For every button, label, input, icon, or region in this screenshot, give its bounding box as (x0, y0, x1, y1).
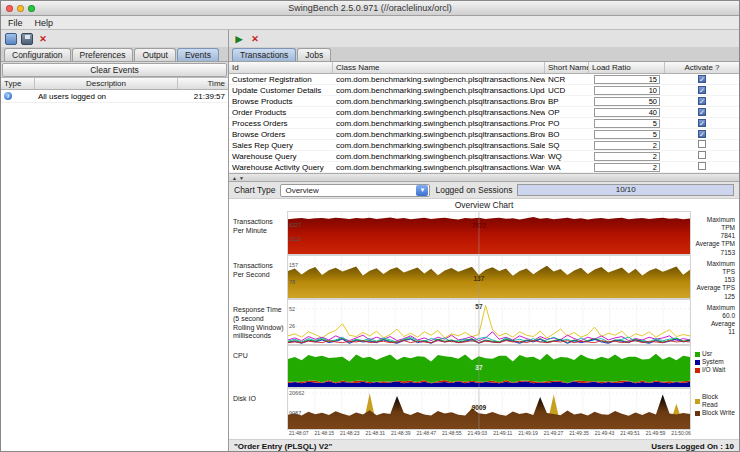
transaction-row[interactable]: Order Productscom.dom.benchmarking.swing… (229, 107, 739, 118)
load-ratio-field[interactable]: 2 (594, 152, 660, 161)
legend-item: Usr (693, 350, 735, 358)
col-type[interactable]: Type (1, 78, 35, 89)
open-config-icon[interactable] (5, 33, 17, 45)
col-activate[interactable]: Activate ? (665, 62, 739, 73)
tab-jobs[interactable]: Jobs (297, 48, 331, 61)
tx-class-name: com.dom.benchmarking.swingbench.plsqltra… (333, 97, 545, 106)
tab-events[interactable]: Events (177, 48, 219, 61)
activate-checkbox[interactable]: ✓ (698, 75, 706, 83)
load-ratio-field[interactable]: 5 (594, 130, 660, 139)
transaction-row[interactable]: Sales Rep Querycom.dom.benchmarking.swin… (229, 140, 739, 151)
tx-load-cell: 50 (589, 97, 665, 106)
tx-load-cell: 5 (589, 130, 665, 139)
activate-checkbox[interactable] (698, 162, 706, 170)
load-ratio-field[interactable]: 5 (594, 119, 660, 128)
event-row[interactable]: iAll users logged on21:39:57 (1, 90, 228, 103)
tx-load-cell: 2 (589, 141, 665, 150)
menu-help[interactable]: Help (35, 18, 54, 28)
title-bar[interactable]: SwingBench 2.5.0.971 (//oraclelinux/orcl… (1, 1, 739, 16)
split-collapse-down-icon[interactable]: ▼ (239, 175, 244, 181)
chart-label-line: (5 second (233, 315, 286, 324)
time-tick-label: 21:49:27 (544, 430, 563, 439)
col-class-name[interactable]: Class Name (333, 62, 545, 73)
tx-id: Browse Products (229, 97, 333, 106)
tx-activate-cell (665, 151, 739, 161)
tab-preferences[interactable]: Preferences (72, 48, 134, 61)
start-benchmark-icon[interactable]: ▶ (233, 33, 245, 45)
users-logged-on: Users Logged On : 10 (651, 442, 734, 451)
load-ratio-field[interactable]: 40 (594, 108, 660, 117)
activate-checkbox[interactable]: ✓ (698, 97, 706, 105)
transaction-row[interactable]: Browse Orderscom.dom.benchmarking.swingb… (229, 129, 739, 140)
stat-line: Maximum TPM (693, 216, 735, 232)
activate-checkbox[interactable] (698, 140, 706, 148)
activate-checkbox[interactable]: ✓ (698, 86, 706, 94)
load-ratio-field[interactable]: 10 (594, 86, 660, 95)
chart-response: Response Time(5 secondRolling Window)mil… (231, 299, 737, 345)
chart-tps-plot: 15778137 (287, 255, 691, 299)
close-config-icon[interactable]: ✕ (37, 33, 49, 45)
save-config-icon[interactable] (21, 33, 33, 45)
chart-response-label: Response Time(5 secondRolling Window)mil… (231, 299, 287, 345)
benchmark-name: "Order Entry (PLSQL) V2" (234, 442, 332, 451)
tx-short-name: OP (545, 108, 589, 117)
transaction-row[interactable]: Warehouse Querycom.dom.benchmarking.swin… (229, 151, 739, 162)
tab-output[interactable]: Output (134, 48, 176, 61)
legend-label: Block Read (702, 393, 735, 409)
right-toolbar: ▶ ✕ (229, 30, 739, 47)
activate-checkbox[interactable]: ✓ (698, 119, 706, 127)
time-tick-label: 21:50:06 (671, 430, 690, 439)
time-tick-label: 21:48:15 (315, 430, 334, 439)
clear-events-button[interactable]: Clear Events (2, 63, 227, 77)
col-id[interactable]: Id (229, 62, 333, 73)
activate-checkbox[interactable]: ✓ (698, 130, 706, 138)
tx-short-name: WQ (545, 152, 589, 161)
stat-line: 153 (693, 276, 735, 284)
tx-load-cell: 15 (589, 75, 665, 84)
split-divider[interactable]: ▲ ▼ (229, 174, 739, 182)
load-ratio-field[interactable]: 2 (594, 163, 660, 172)
chart-type-value: Overview (281, 186, 416, 195)
transaction-row[interactable]: Warehouse Activity Querycom.dom.benchmar… (229, 162, 739, 173)
tx-load-cell: 2 (589, 163, 665, 172)
col-short-name[interactable]: Short Name (545, 62, 589, 73)
time-tick-label: 21:49:03 (468, 430, 487, 439)
activate-checkbox[interactable]: ✓ (698, 108, 706, 116)
legend-item: Block Read (693, 393, 735, 409)
zoom-window-button[interactable] (28, 5, 35, 12)
time-axis: 21:48:0721:48:1521:48:2321:48:3121:48:39… (289, 430, 691, 439)
transaction-row[interactable]: Browse Productscom.dom.benchmarking.swin… (229, 96, 739, 107)
activate-checkbox[interactable] (698, 151, 706, 159)
stat-line: Maximum (693, 304, 735, 312)
chart-tpm-plot: 622731137572 (287, 211, 691, 255)
transaction-row[interactable]: Update Customer Detailscom.dom.benchmark… (229, 85, 739, 96)
legend-label: I/O Wait (702, 366, 725, 374)
stop-benchmark-icon[interactable]: ✕ (249, 33, 261, 45)
tab-transactions[interactable]: Transactions (232, 48, 296, 61)
chart-tpm-label: TransactionsPer Minute (231, 211, 287, 255)
minimize-window-button[interactable] (17, 5, 24, 12)
load-ratio-field[interactable]: 15 (594, 75, 660, 84)
charts-area: Overview Chart TransactionsPer Minute622… (229, 199, 739, 439)
chart-type-select[interactable]: Overview ▼ (280, 184, 430, 197)
chart-type-label: Chart Type (234, 185, 275, 195)
transactions-table-body: Customer Registrationcom.dom.benchmarkin… (229, 74, 739, 173)
col-time[interactable]: Time (178, 78, 228, 89)
menu-file[interactable]: File (8, 18, 23, 28)
close-window-button[interactable] (6, 5, 13, 12)
transaction-row[interactable]: Customer Registrationcom.dom.benchmarkin… (229, 74, 739, 85)
transactions-table-header: Id Class Name Short Name Load Ratio Acti… (229, 62, 739, 74)
col-load-ratio[interactable]: Load Ratio (589, 62, 665, 73)
load-ratio-field[interactable]: 50 (594, 97, 660, 106)
transaction-row[interactable]: Process Orderscom.dom.benchmarking.swing… (229, 118, 739, 129)
chart-label-line: milliseconds (233, 332, 286, 341)
legend-label: Usr (702, 350, 712, 358)
load-ratio-field[interactable]: 2 (594, 141, 660, 150)
col-description[interactable]: Description (35, 78, 178, 89)
tab-configuration[interactable]: Configuration (4, 48, 71, 61)
chart-disk-label: Disk IO (231, 388, 287, 430)
legend-swatch (695, 399, 700, 404)
split-collapse-up-icon[interactable]: ▲ (232, 175, 237, 181)
legend-item: Block Write (693, 409, 735, 417)
time-tick-label: 21:48:39 (391, 430, 410, 439)
